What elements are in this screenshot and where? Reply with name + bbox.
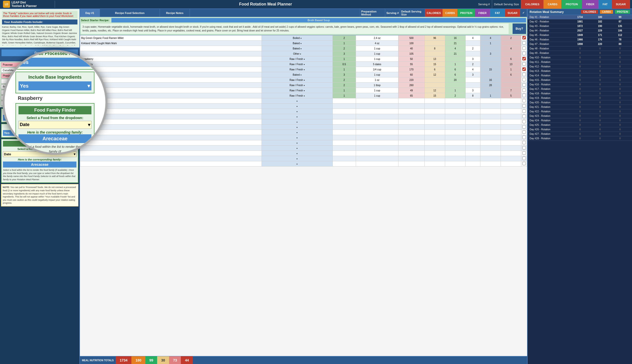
checkbox-cell[interactable] [521, 51, 527, 56]
rotation-day-row[interactable]: Day #20 - Rotation 0 0 0 [527, 100, 632, 105]
empty-method[interactable]: ▾ [262, 130, 332, 135]
empty-method[interactable]: ▾ [262, 151, 332, 156]
empty-cb[interactable] [521, 161, 527, 166]
checkbox-cell[interactable] [521, 67, 527, 72]
serving-cell[interactable]: 1 [332, 67, 356, 72]
serving-cell[interactable]: 1 [332, 88, 356, 93]
empty-cb[interactable] [521, 146, 527, 151]
rotation-day-row[interactable]: Day #13 - Rotation 0 0 0 [527, 69, 632, 74]
rotation-day-row[interactable]: Day #26 - Rotation 0 0 0 [527, 127, 632, 132]
row-checkbox[interactable] [522, 62, 526, 66]
row-checkbox[interactable] [522, 73, 526, 76]
empty-cb[interactable] [521, 124, 527, 130]
serving-cell[interactable]: 2 [332, 83, 356, 88]
rotation-day-row[interactable]: Day #25 - Rotation 0 0 0 [527, 123, 632, 127]
empty-checkbox[interactable] [522, 125, 526, 128]
row-checkbox[interactable] [522, 52, 526, 55]
rotation-day-row[interactable]: Day #22 - Rotation 0 0 0 [527, 109, 632, 114]
empty-method[interactable]: ▾ [262, 135, 332, 140]
checkbox-cell[interactable] [521, 88, 527, 93]
rotation-day-row[interactable]: Day #9 - Rotation 0 0 0 [527, 51, 632, 56]
checkbox-cell[interactable] [521, 72, 527, 78]
prep-method-cell[interactable]: Raw / Fresh ▾ [262, 78, 332, 83]
empty-method[interactable]: ▾ [262, 146, 332, 151]
mag-include-base-dropdown[interactable]: Yes ▾ [19, 82, 92, 90]
checkbox-cell[interactable] [521, 93, 527, 98]
mag-fff-dropdown[interactable]: Date ▾ [19, 121, 92, 129]
empty-cb[interactable] [521, 130, 527, 135]
rotation-day-row[interactable]: Day #16 - Rotation 0 0 0 [527, 82, 632, 87]
serving-cell[interactable]: 3 [332, 72, 356, 78]
prep-method-cell[interactable]: Other ▾ [262, 51, 332, 56]
checkbox-cell[interactable] [521, 41, 527, 46]
serving-cell[interactable]: 2 [332, 36, 356, 41]
rotation-day-row[interactable]: Day #4 - Rotation 2027 229 106 [527, 28, 632, 33]
checkbox-cell[interactable] [521, 83, 527, 88]
rotation-day-row[interactable]: Day #15 - Rotation 0 0 0 [527, 78, 632, 82]
checkbox-cell[interactable] [521, 36, 527, 41]
empty-checkbox[interactable] [522, 141, 526, 144]
row-checkbox[interactable] [522, 46, 526, 50]
rotation-day-row[interactable]: Day #28 - Rotation 0 0 0 [527, 136, 632, 141]
serving-cell[interactable]: 1 [332, 41, 356, 46]
rotation-day-row[interactable]: Day #23 - Rotation 0 0 0 [527, 114, 632, 118]
checkbox-cell[interactable] [521, 46, 527, 51]
row-checkbox[interactable] [522, 88, 526, 92]
buy-button[interactable]: Buy? [513, 24, 526, 34]
prep-method-cell[interactable]: Raw / Fresh ▾ [262, 56, 332, 62]
empty-cb[interactable] [521, 109, 527, 114]
empty-method[interactable]: ▾ [262, 109, 332, 114]
checkbox-cell[interactable] [521, 78, 527, 83]
row-checkbox[interactable] [522, 68, 526, 71]
empty-cb[interactable] [521, 119, 527, 124]
rotation-day-row[interactable]: Day #17 - Rotation 0 0 0 [527, 87, 632, 91]
rotation-day-row[interactable]: Day #7 - Rotation 1898 220 80 [527, 42, 632, 46]
empty-method[interactable]: ▾ [262, 156, 332, 161]
rotation-day-row[interactable]: Day #3 - Rotation 1872 190 135 [527, 24, 632, 28]
prep-method-cell[interactable]: Baked ▾ [262, 46, 332, 51]
rotation-day-row[interactable]: Day #14 - Rotation 0 0 0 [527, 74, 632, 78]
empty-method[interactable]: ▾ [262, 161, 332, 166]
rotation-day-row[interactable]: Day #24 - Rotation 0 0 0 [527, 118, 632, 123]
empty-cb[interactable] [521, 135, 527, 140]
row-checkbox[interactable] [522, 57, 526, 60]
empty-method[interactable]: ▾ [262, 104, 332, 109]
prep-method-cell[interactable]: Raw / Fresh ▾ [262, 83, 332, 88]
mag-include-processed-dropdown[interactable]: Yes ▾ [19, 58, 92, 67]
empty-method[interactable]: ▾ [262, 114, 332, 119]
empty-checkbox[interactable] [522, 151, 526, 155]
prep-method-cell[interactable]: Raw / Fresh ▾ [262, 62, 332, 67]
empty-checkbox[interactable] [522, 104, 526, 108]
empty-cb[interactable] [521, 156, 527, 161]
empty-checkbox[interactable] [522, 146, 526, 150]
empty-cb[interactable] [521, 114, 527, 119]
empty-method[interactable]: ▾ [262, 98, 332, 104]
prep-method-cell[interactable]: Raw / Fresh ▾ [262, 88, 332, 93]
empty-cb[interactable] [521, 151, 527, 156]
row-checkbox[interactable] [522, 78, 526, 82]
empty-checkbox[interactable] [522, 114, 526, 118]
rotation-day-row[interactable]: Day #6 - Rotation 1966 176 78 [527, 38, 632, 42]
row-checkbox[interactable] [522, 83, 526, 87]
empty-cb[interactable] [521, 140, 527, 146]
rotation-day-row[interactable]: Day #27 - Rotation 0 0 0 [527, 132, 632, 136]
checkbox-cell[interactable] [521, 56, 527, 62]
serving-cell[interactable]: 1 [332, 56, 356, 62]
empty-checkbox[interactable] [522, 156, 526, 160]
rotation-day-row[interactable]: Day #8 - Rotation 0 0 0 [527, 46, 632, 51]
row-checkbox[interactable] [522, 41, 526, 45]
empty-checkbox[interactable] [522, 99, 526, 102]
serving-cell[interactable]: 1 [332, 93, 356, 98]
prep-method-cell[interactable]: Baked ▾ [262, 72, 332, 78]
empty-checkbox[interactable] [522, 162, 526, 165]
rotation-day-row[interactable]: Day #5 - Rotation 1849 171 112 [527, 33, 632, 38]
starter-recipe-dropdown[interactable]: Broth Based Soup [111, 18, 526, 22]
rotation-day-row[interactable]: Day #12 - Rotation 0 0 0 [527, 64, 632, 69]
rotation-day-row[interactable]: Day #2 - Rotation 1881 182 87 [527, 20, 632, 24]
empty-checkbox[interactable] [522, 136, 526, 139]
empty-cb[interactable] [521, 98, 527, 104]
rotation-day-row[interactable]: Day #18 - Rotation 0 0 0 [527, 91, 632, 96]
serving-cell[interactable]: 3 [332, 51, 356, 56]
serving-cell[interactable]: 2 [332, 46, 356, 51]
empty-cb[interactable] [521, 104, 527, 109]
